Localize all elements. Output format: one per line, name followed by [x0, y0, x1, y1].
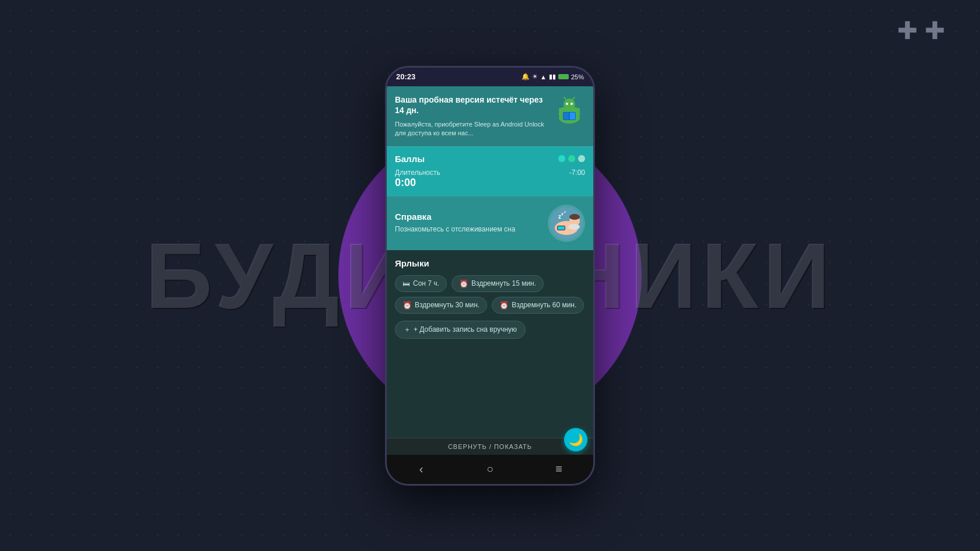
trial-mascot-image	[554, 94, 585, 126]
brightness-icon: ☀	[532, 73, 538, 80]
moon-icon: 🌙	[569, 433, 583, 447]
shortcuts-grid: 🛏 Сон 7 ч. ⏰ Вздремнуть 15 мин. ⏰ Вздрем…	[395, 275, 585, 339]
svg-rect-11	[569, 113, 575, 120]
status-icons: 🔔 ☀ ▲ ▮▮ 25%	[522, 73, 584, 80]
bed-icon: 🛏	[402, 279, 410, 288]
scores-card[interactable]: Баллы Длительность -7:00 0:00	[387, 146, 593, 196]
scores-dots	[558, 155, 585, 162]
svg-point-4	[570, 103, 573, 105]
help-description: Познакомьтесь с отслеживанием сна	[395, 225, 548, 234]
battery-indicator	[558, 74, 569, 79]
shortcut-chip-sleep[interactable]: 🛏 Сон 7 ч.	[395, 275, 447, 292]
shortcut-label-sleep: Сон 7 ч.	[413, 279, 439, 287]
status-bar: 20:23 🔔 ☀ ▲ ▮▮ 25%	[387, 68, 593, 86]
back-icon: ‹	[419, 462, 424, 476]
svg-point-3	[566, 103, 568, 105]
svg-text:z: z	[564, 210, 566, 213]
shortcuts-title: Ярлыки	[395, 258, 585, 268]
plus-icon-2: ✚	[925, 19, 945, 43]
wifi-icon: ▲	[540, 73, 547, 80]
alarm-icon-nap30: ⏰	[402, 301, 412, 310]
screen-content: Ваша пробная версия истечёт через 14 дн.…	[387, 86, 593, 455]
shortcuts-section: Ярлыки 🛏 Сон 7 ч. ⏰ Вздремнуть 15 мин. ⏰…	[387, 250, 593, 438]
bottom-bar: СВЕРНУТЬ / ПОКАЗАТЬ 🌙	[387, 438, 593, 455]
phone-frame: 20:23 🔔 ☀ ▲ ▮▮ 25% Ваша пробная версия и…	[385, 66, 595, 486]
battery-text: 25%	[571, 73, 584, 80]
shortcut-label-nap60: Вздремнуть 60 мин.	[512, 301, 576, 309]
svg-rect-8	[577, 108, 580, 116]
nav-bar: ‹ ○ ≡	[387, 455, 593, 484]
svg-rect-10	[564, 113, 569, 120]
scores-header: Баллы	[395, 154, 585, 164]
help-card[interactable]: Справка Познакомьтесь с отслеживанием сн…	[387, 196, 593, 250]
moon-fab-button[interactable]: 🌙	[564, 428, 587, 451]
svg-point-16	[569, 214, 580, 220]
status-time: 20:23	[396, 72, 415, 81]
recents-button[interactable]: ≡	[547, 461, 570, 478]
svg-rect-7	[559, 108, 562, 116]
add-record-button[interactable]: ＋ + Добавить запись сна вручную	[395, 321, 526, 339]
shortcut-chip-nap15[interactable]: ⏰ Вздремнуть 15 мин.	[452, 275, 544, 292]
svg-rect-22	[558, 226, 565, 230]
add-icon: ＋	[404, 325, 411, 335]
help-text-area: Справка Познакомьтесь с отслеживанием сн…	[395, 212, 548, 234]
scores-duration-row: Длительность -7:00	[395, 169, 585, 177]
trial-text-area: Ваша пробная версия истечёт через 14 дн.…	[395, 94, 549, 138]
svg-point-17	[568, 224, 580, 230]
dot-1	[558, 155, 565, 162]
svg-line-5	[564, 97, 566, 100]
signal-icon: ▮▮	[549, 73, 556, 80]
scores-title: Баллы	[395, 154, 425, 164]
dot-2	[568, 155, 575, 162]
duration-value-row: 0:00	[395, 177, 585, 189]
help-image: z z z	[548, 205, 585, 242]
duration-time: 0:00	[395, 177, 416, 188]
help-title: Справка	[395, 212, 548, 222]
score-value: -7:00	[569, 169, 585, 177]
shortcut-chip-nap30[interactable]: ⏰ Вздремнуть 30 мин.	[395, 297, 487, 314]
duration-label: Длительность	[395, 169, 440, 177]
trial-description: Пожалуйста, приобретите Sleep as Android…	[395, 120, 549, 138]
shortcut-label-nap15: Вздремнуть 15 мин.	[471, 279, 536, 287]
svg-text:z: z	[561, 211, 564, 216]
home-button[interactable]: ○	[478, 461, 502, 478]
svg-point-2	[564, 99, 575, 110]
plus-icons-container: ✚ ✚	[897, 19, 945, 43]
svg-line-6	[572, 97, 575, 100]
add-record-label: + Добавить запись сна вручную	[414, 325, 517, 334]
alarm-icon: 🔔	[522, 73, 530, 80]
alarm-icon-nap15: ⏰	[459, 279, 468, 288]
shortcut-label-nap30: Вздремнуть 30 мин.	[415, 301, 480, 309]
trial-banner[interactable]: Ваша пробная версия истечёт через 14 дн.…	[387, 86, 593, 146]
alarm-icon-nap60: ⏰	[499, 301, 509, 310]
phone-container: 20:23 🔔 ☀ ▲ ▮▮ 25% Ваша пробная версия и…	[385, 66, 595, 486]
dot-3	[578, 155, 585, 162]
shortcut-chip-nap60[interactable]: ⏰ Вздремнуть 60 мин.	[492, 297, 584, 314]
plus-icon-1: ✚	[897, 19, 918, 43]
collapse-toggle[interactable]: СВЕРНУТЬ / ПОКАЗАТЬ	[395, 443, 585, 450]
recents-icon: ≡	[555, 462, 562, 476]
back-button[interactable]: ‹	[410, 461, 433, 478]
trial-title: Ваша пробная версия истечёт через 14 дн.	[395, 94, 549, 115]
home-icon: ○	[487, 462, 494, 476]
